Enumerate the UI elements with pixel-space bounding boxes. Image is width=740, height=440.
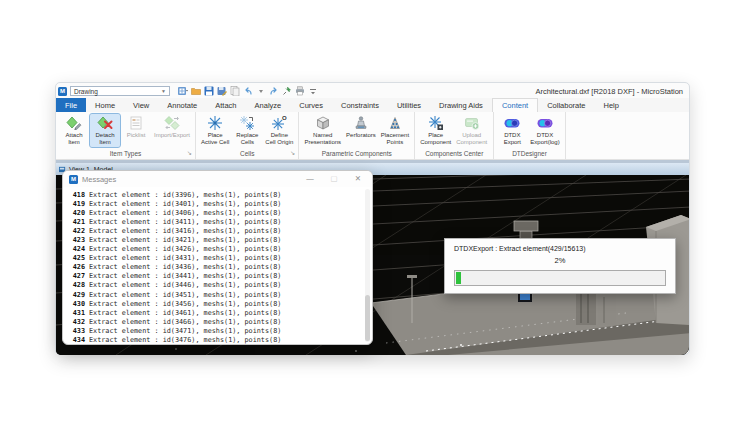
message-line-number: 424 [69,245,85,253]
placement-points-button[interactable]: PlacementPoints [379,114,411,147]
button-label: Presentations [304,139,341,146]
scrollbar-thumb[interactable] [365,295,370,341]
ribbon-group-buttons: PlaceComponentUploadComponent [415,112,493,147]
tab-attach[interactable]: Attach [206,98,245,112]
replace-cells-button[interactable]: ReplaceCells [232,114,262,147]
button-label: Item [68,139,80,146]
button-label: Cells [241,139,254,146]
picklist-button[interactable]: Picklist [121,114,151,140]
messages-logo-icon: M [69,175,78,184]
microstation-logo-icon[interactable]: M [58,87,67,96]
message-line-text: Extract element : id(3466), meshs(1), po… [89,318,281,326]
tab-collaborate[interactable]: Collaborate [538,98,594,112]
tab-help[interactable]: Help [595,98,628,112]
perforators-button[interactable]: Perforators [344,114,378,140]
dialog-launcher-icon[interactable]: ↘ [186,150,193,157]
message-line-number: 425 [69,254,85,262]
tab-constraints[interactable]: Constraints [332,98,388,112]
message-line: 430Extract element : id(3456), meshs(1),… [69,299,362,308]
import-export-icon [164,115,181,131]
message-line-text: Extract element : id(3401), meshs(1), po… [89,200,281,208]
message-line: 420Extract element : id(3406), meshs(1),… [69,208,362,217]
maximize-button[interactable]: ▢ [324,171,344,187]
picklist-icon [128,115,145,131]
print-icon[interactable] [294,86,305,97]
save-icon[interactable] [203,86,214,97]
undo-dropdown-icon[interactable] [255,86,266,97]
messages-titlebar[interactable]: M Messages — ▢ ✕ [63,171,372,187]
placement-points-icon [386,115,403,131]
dtdx-export-button[interactable]: DTDXExport [497,114,527,147]
message-line-number: 433 [69,327,85,335]
tab-curves[interactable]: Curves [290,98,332,112]
close-button[interactable]: ✕ [348,171,368,187]
button-label: DTDX [537,132,553,139]
tab-file[interactable]: File [56,98,86,112]
message-line-text: Extract element : id(3411), meshs(1), po… [89,218,281,226]
tab-view[interactable]: View [124,98,158,112]
pin-icon[interactable] [281,86,292,97]
view-attributes-icon[interactable] [177,86,188,97]
ribbon-group-label: Components Center [415,147,493,159]
tab-drawing-aids[interactable]: Drawing Aids [430,98,492,112]
open-folder-icon[interactable] [190,86,201,97]
undo-icon[interactable] [242,86,253,97]
ribbon-group-buttons: AttachItemDetachItemPicklistImport/Expor… [56,112,195,147]
message-line-text: Extract element : id(3406), meshs(1), po… [89,209,281,217]
message-line: 432Extract element : id(3466), meshs(1),… [69,317,362,326]
dialog-launcher-icon[interactable]: ↘ [289,150,296,157]
save-settings-icon[interactable] [216,86,227,97]
redo-icon[interactable] [268,86,279,97]
messages-scrollbar[interactable] [365,189,370,342]
define-cell-origin-button[interactable]: ODefineCell Origin [263,114,295,147]
place-component-icon [427,115,444,131]
detach-item-button[interactable]: DetachItem [90,114,120,147]
minimize-button[interactable]: — [300,171,320,187]
define-cell-origin-icon: O [271,115,288,131]
message-line-text: Extract element : id(3421), meshs(1), po… [89,236,281,244]
messages-window: M Messages — ▢ ✕ 418Extract element : id… [62,170,373,345]
button-label: Active Cell [201,139,229,146]
button-label: Attach [65,132,82,139]
upload-component-button[interactable]: UploadComponent [454,114,489,147]
button-label: Perforators [346,132,376,139]
tab-utilities[interactable]: Utilities [388,98,430,112]
named-presentations-button[interactable]: NamedPresentations [302,114,343,147]
message-line-number: 420 [69,209,85,217]
message-line-number: 426 [69,263,85,271]
place-active-cell-button[interactable]: PlaceActive Cell [199,114,231,147]
svg-text:O: O [282,115,287,121]
copy-icon[interactable] [229,86,240,97]
tab-analyze[interactable]: Analyze [246,98,291,112]
progress-bar-fill [456,272,461,284]
tab-home[interactable]: Home [86,98,124,112]
ribbon-group-parametric-components: NamedPresentationsPerforatorsPlacementPo… [299,112,415,159]
replace-cells-icon [239,115,256,131]
detach-item-icon [97,115,114,131]
button-label: Component [420,139,451,146]
message-line-text: Extract element : id(3436), meshs(1), po… [89,263,281,271]
place-component-button[interactable]: PlaceComponent [418,114,453,147]
ribbon-group-buttons: NamedPresentationsPerforatorsPlacementPo… [299,112,414,147]
import-export-button[interactable]: Import/Export [152,114,192,140]
workflow-selector[interactable]: Drawing ▼ [70,86,170,96]
button-label: Export [504,139,521,146]
button-label: Replace [236,132,258,139]
message-line-text: Extract element : id(3476), meshs(1), po… [89,336,281,344]
button-label: Named [313,132,332,139]
ribbon-group-label: Item Types↘ [56,147,195,159]
ribbon-group-label: DTDesigner [494,147,564,159]
named-presentations-icon [314,115,331,131]
perforators-icon [352,115,369,131]
qat-icon-strip [177,86,318,97]
ribbon-group-cells: PlaceActive CellReplaceCellsODefineCell … [196,112,299,159]
attach-item-button[interactable]: AttachItem [59,114,89,147]
message-line: 424Extract element : id(3426), meshs(1),… [69,245,362,254]
place-active-cell-icon [207,115,224,131]
message-line-number: 431 [69,309,85,317]
tab-content[interactable]: Content [492,98,538,112]
dtdx-export-log-button[interactable]: DTDXExport(log) [528,114,561,147]
qat-more-icon[interactable] [307,86,318,97]
button-label: Import/Export [154,132,190,139]
tab-annotate[interactable]: Annotate [158,98,206,112]
